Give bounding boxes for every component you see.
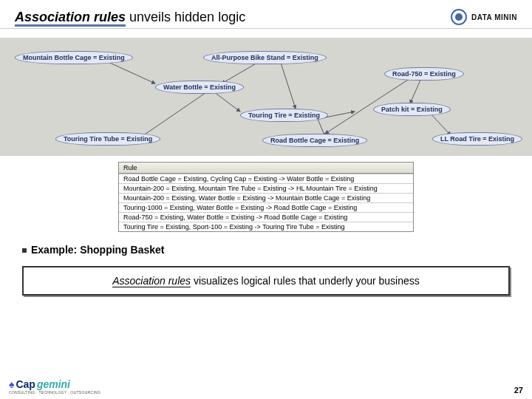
rule-row: Mountain-200 = Existing, Water Bottle = … [119,193,413,202]
rules-table: Rule Road Bottle Cage = Existing, Cyclin… [118,162,414,232]
slide-footer: ♠ Capgemini CONSULTING · TECHNOLOGY · OU… [0,378,532,395]
node-road-bottle-cage: Road Bottle Cage = Existing [262,134,367,147]
rule-row: Touring Tire = Existing, Sport-100 = Exi… [119,222,413,231]
example-text: Example: Shopping Basket [31,244,164,256]
node-patch-kit: Patch kit = Existing [373,103,451,116]
node-touring-tire: Touring Tire = Existing [240,109,328,122]
capgemini-logo: ♠ Capgemini CONSULTING · TECHNOLOGY · OU… [9,378,100,395]
title-rest: unveils hidden logic [126,10,245,24]
slide-title: Association rules unveils hidden logic [15,10,245,25]
bullet-icon [22,248,27,253]
callout-rest: visualizes logical rules that underly yo… [191,275,420,287]
logo-tagline: CONSULTING · TECHNOLOGY · OUTSOURCING [9,390,100,395]
association-graph: Mountain Bottle Cage = Existing Water Bo… [0,38,532,156]
rule-row: Road-750 = Existing, Water Bottle = Exis… [119,212,413,222]
slide-header: Association rules unveils hidden logic D… [0,0,532,29]
logo-cap: Cap [16,378,35,390]
node-mountain-bottle-cage: Mountain Bottle Cage = Existing [15,51,133,64]
rule-row: Road Bottle Cage = Existing, Cycling Cap… [119,174,413,183]
brand-text: DATA MININ [471,13,517,21]
rule-row: Touring-1000 = Existing, Water Bottle = … [119,202,413,212]
spade-icon: ♠ [9,378,14,390]
rule-row: Mountain-200 = Existing, Mountain Tire T… [119,183,413,193]
callout-italic: Association rules [112,275,191,287]
brand-block: DATA MININ [451,9,517,25]
node-water-bottle: Water Bottle = Existing [155,81,244,94]
bottom-callout: Association rules visualizes logical rul… [22,266,510,296]
node-all-purpose-stand: All-Purpose Bike Stand = Existing [203,51,327,64]
rules-table-header: Rule [119,163,413,174]
logo-gem: gemini [37,378,70,390]
node-road-750: Road-750 = Existing [384,67,464,81]
target-icon [451,9,467,25]
page-number: 27 [514,386,523,395]
node-ll-road-tire: LL Road Tire = Existing [432,132,522,146]
node-touring-tire-tube: Touring Tire Tube = Existing [55,132,160,146]
example-line: Example: Shopping Basket [22,244,510,256]
title-italic-part: Association rules [15,10,126,27]
